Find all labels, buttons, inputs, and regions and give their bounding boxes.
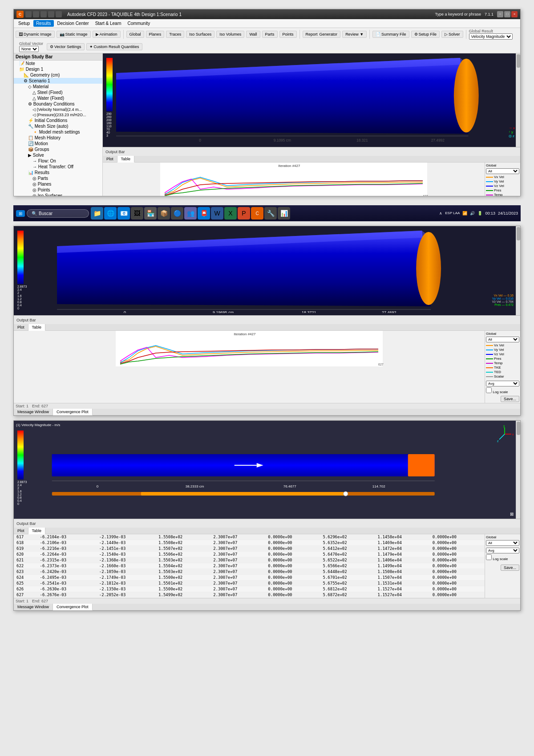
tree-mesh-history[interactable]: 📋 Mesh History xyxy=(14,135,102,141)
global-result-select[interactable]: Velocity Magnitude xyxy=(469,33,513,40)
taskbar-chevron[interactable]: ∧ xyxy=(439,211,442,215)
parts-btn[interactable]: Parts xyxy=(262,31,278,38)
plot-tab-table[interactable]: Table xyxy=(117,156,135,163)
scrollbar-2[interactable] xyxy=(516,226,520,315)
tree-design1[interactable]: 📁 Design 1 xyxy=(14,66,102,72)
wall-btn[interactable]: Wall xyxy=(246,31,260,38)
summary-file-btn[interactable]: 📄 Summary File xyxy=(372,31,409,38)
tree-initial[interactable]: ⚡ Initial Conditions xyxy=(14,118,102,123)
dynamic-image-btn[interactable]: 🖼 Dynamic Image xyxy=(16,31,55,38)
plot-tab-plot[interactable]: Plot xyxy=(103,156,117,162)
taskbar-icon-explorer[interactable]: 📁 xyxy=(91,207,103,219)
planes-btn[interactable]: Planes xyxy=(146,31,165,38)
global-select-1[interactable]: All xyxy=(486,168,519,174)
taskbar-icon-pp[interactable]: P xyxy=(238,207,250,219)
scrollbar-thumb-2[interactable] xyxy=(517,227,520,240)
plot-tab-3-plot[interactable]: Plot xyxy=(14,528,28,534)
taskbar-icon-dropbox[interactable]: 📦 xyxy=(158,207,170,219)
tree-mesh-size[interactable]: 🔧 Mesh Size (auto) xyxy=(14,123,102,129)
quick-access-icon-4[interactable] xyxy=(48,11,54,17)
taskbar-icon-extra2[interactable]: 📊 xyxy=(278,207,290,219)
scrollbar-1[interactable] xyxy=(516,53,520,147)
taskbar-icon-word[interactable]: W xyxy=(211,207,223,219)
minimize-button[interactable]: − xyxy=(497,11,503,17)
tab-conv-3[interactable]: Convergence Plot xyxy=(53,604,93,610)
tree-mesh-settings[interactable]: 🔸 Model mesh settings xyxy=(14,129,102,135)
report-generator-btn[interactable]: ReportGenerator xyxy=(303,31,341,38)
tree-note[interactable]: 📝 Note xyxy=(14,61,102,66)
taskbar-icon-photos[interactable]: 🖼 xyxy=(131,207,143,219)
tree-velocity-bc[interactable]: ◁ (Velocity Normal)(2.4 m... xyxy=(14,107,102,112)
menu-setup[interactable]: Setup xyxy=(16,20,32,27)
tree-points[interactable]: ◎ Points xyxy=(14,187,102,193)
tree-results[interactable]: 📊 Results xyxy=(14,170,102,175)
save-btn-3[interactable]: Save... xyxy=(501,565,519,571)
tree-pressure-bc[interactable]: ◁ (Pressure)(233.23 m/H2O... xyxy=(14,112,102,118)
start-button[interactable]: ⊞ xyxy=(16,210,25,217)
taskbar-icon-excel[interactable]: X xyxy=(224,207,237,219)
iso-surfaces-btn[interactable]: Iso Surfaces xyxy=(186,31,214,38)
global-btn[interactable]: Global xyxy=(126,31,144,38)
tab-conv-2[interactable]: Convergence Plot xyxy=(53,409,93,415)
menu-start-learn[interactable]: Start & Learn xyxy=(93,20,124,27)
taskbar-icon-mail[interactable]: 📧 xyxy=(117,207,130,219)
tab-msg-3[interactable]: Message Window xyxy=(14,604,53,610)
global-vector-select[interactable]: None xyxy=(19,46,39,52)
scrollbar-thumb-1[interactable] xyxy=(517,54,520,68)
scrollbar-3[interactable] xyxy=(516,421,520,519)
taskbar-icon-cfd[interactable]: C xyxy=(251,207,263,219)
plot-tab-2-plot[interactable]: Plot xyxy=(14,324,28,330)
scrollbar-thumb-3[interactable] xyxy=(517,422,520,435)
global-select-2[interactable]: All xyxy=(486,337,519,342)
traces-btn[interactable]: Traces xyxy=(166,31,184,38)
menu-community[interactable]: Community xyxy=(125,20,153,27)
settings-icon-3[interactable]: ⊠ xyxy=(510,512,514,516)
save-btn-2[interactable]: Save... xyxy=(501,396,519,402)
custom-result-btn[interactable]: ✦ Custom Result Quantities xyxy=(86,43,142,50)
tree-material[interactable]: ◇ Material xyxy=(14,84,102,89)
tree-steel[interactable]: △ Steel (Fixed) xyxy=(14,89,102,95)
plot-tab-3-table[interactable]: Table xyxy=(28,528,46,534)
taskbar-icon-extra1[interactable]: 🔧 xyxy=(264,207,277,219)
iso-volumes-btn[interactable]: Iso Volumes xyxy=(216,31,244,38)
tree-motion[interactable]: 🔄 Motion xyxy=(14,141,102,146)
points-btn[interactable]: Points xyxy=(279,31,297,38)
search-bar[interactable]: 🔍 Buscar xyxy=(27,209,89,218)
quick-access-icon-5[interactable] xyxy=(56,11,62,17)
animation-btn[interactable]: ▶ Animation xyxy=(93,31,121,38)
solver-btn[interactable]: ▷ Solver xyxy=(441,31,463,38)
review-btn[interactable]: Review ▼ xyxy=(342,31,367,38)
vector-settings-btn[interactable]: ⚙ Vector Settings xyxy=(47,43,85,50)
close-button[interactable]: × xyxy=(511,11,518,17)
log-scale-3-cb[interactable] xyxy=(486,554,492,560)
tree-groups[interactable]: 📦 Groups xyxy=(14,146,102,152)
static-image-btn[interactable]: 📷 Static Image xyxy=(57,31,91,38)
setup-file-btn[interactable]: ⚙ Setup File xyxy=(411,31,440,38)
quick-access-icon-1[interactable] xyxy=(25,11,32,17)
avg-select-2[interactable]: Avg xyxy=(486,381,519,386)
quick-access-icon-3[interactable] xyxy=(40,11,47,17)
tree-scenario1[interactable]: ⚙ Scenario 1 xyxy=(14,78,102,84)
tree-geometry[interactable]: 📐 Geometry (cm) xyxy=(14,72,102,78)
tab-msg-2[interactable]: Message Window xyxy=(14,409,53,415)
quick-access-icon-2[interactable] xyxy=(33,11,39,17)
tree-parts[interactable]: ◎ Parts xyxy=(14,175,102,181)
maximize-button[interactable]: □ xyxy=(504,11,510,17)
menu-results[interactable]: Results xyxy=(33,20,53,27)
tree-water[interactable]: △ Water (Fixed) xyxy=(14,95,102,101)
avg-select-3[interactable]: Avg xyxy=(486,548,519,553)
tree-solve[interactable]: ▶ Solve xyxy=(14,152,102,158)
log-scale-2-checkbox[interactable] xyxy=(486,387,492,393)
taskbar-icon-chrome[interactable]: 🔵 xyxy=(171,207,183,219)
tree-heat[interactable]: → Heat Transfer: Off xyxy=(14,164,102,170)
tree-iso-surfaces[interactable]: ◎ Iso Surfaces xyxy=(14,193,102,196)
taskbar-icon-edge[interactable]: 🌐 xyxy=(104,207,117,219)
global-select-3[interactable]: All xyxy=(486,540,519,546)
tree-planes[interactable]: ◎ Planes xyxy=(14,181,102,187)
tree-flow[interactable]: → Flow: On xyxy=(14,158,102,164)
taskbar-icon-store[interactable]: 🏪 xyxy=(144,207,157,219)
tree-bc[interactable]: ⚙ Boundary Conditions xyxy=(14,101,102,107)
plot-tab-2-table[interactable]: Table xyxy=(28,324,46,331)
taskbar-icon-outlook[interactable]: 📮 xyxy=(198,207,210,219)
menu-decision[interactable]: Decision Center xyxy=(55,20,92,27)
